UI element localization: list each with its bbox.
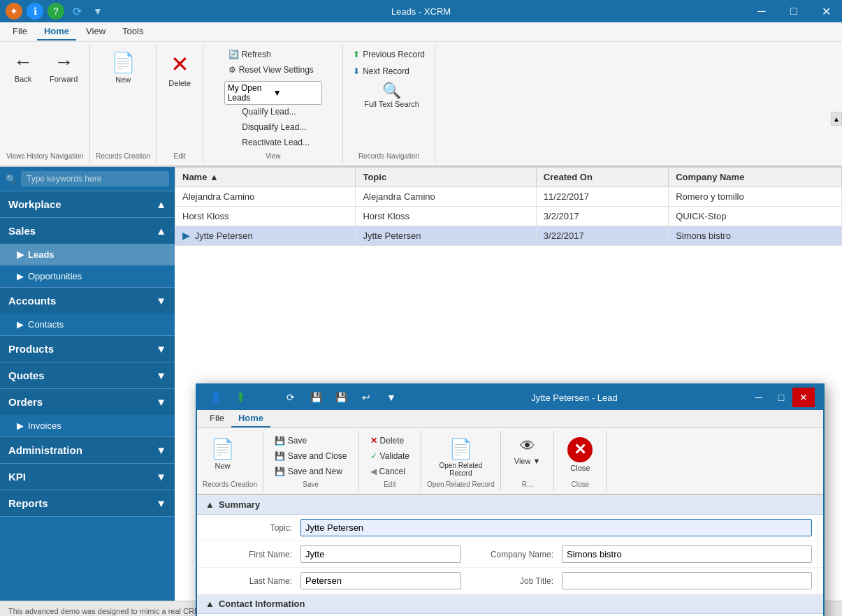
popup-icon-more[interactable]: ▼ [382, 388, 401, 407]
info-icon[interactable]: ℹ [27, 3, 43, 20]
company-input[interactable] [562, 545, 812, 563]
main-wrapper: 🔍 Workplace ▲ Sales ▲ ▶ Leads [0, 167, 842, 616]
sidebar-search-input[interactable] [21, 171, 169, 186]
popup-new-button[interactable]: 📄 New [203, 434, 242, 474]
sidebar-sales-header[interactable]: Sales ▲ [0, 218, 175, 244]
sidebar-products-header[interactable]: Products ▼ [0, 336, 175, 362]
delete-button[interactable]: ✕ Delete [162, 47, 197, 91]
cell-company: QUICK-Stop [669, 207, 842, 226]
sidebar-item-invoices[interactable]: ▶ Invoices [0, 415, 175, 437]
popup-edit-col: ✕ Delete ✓ Validate ◀ Cancel [365, 434, 415, 478]
sidebar-reports-header[interactable]: Reports ▼ [0, 490, 175, 516]
popup-menu-home[interactable]: Home [231, 410, 270, 427]
back-button[interactable]: ← Back [6, 47, 41, 87]
popup-close-btn[interactable]: ✕ [792, 388, 815, 407]
sidebar-item-opportunities[interactable]: ▶ Opportunities [0, 265, 175, 287]
menu-home[interactable]: Home [37, 23, 76, 41]
leads-dropdown[interactable]: My Open Leads ▼ [224, 81, 322, 105]
accounts-label: Accounts [8, 295, 56, 307]
form-section-contact[interactable]: ▲ Contact Information [197, 594, 823, 614]
qualify-lead-button[interactable]: Qualify Lead... [238, 105, 314, 119]
popup-save-new-button[interactable]: 💾 Save and New [269, 464, 353, 478]
popup-cancel-button[interactable]: ◀ Cancel [365, 464, 415, 478]
sidebar-workplace-header[interactable]: Workplace ▲ [0, 191, 175, 217]
popup-icon-person: 👤 [205, 388, 225, 407]
arrow-icon[interactable]: ▼ [89, 3, 106, 20]
forward-icon: → [54, 51, 73, 73]
topic-input[interactable] [300, 519, 812, 536]
menu-file[interactable]: File [6, 23, 34, 41]
sales-label: Sales [8, 225, 36, 237]
popup-icon-save[interactable]: 💾 [306, 388, 326, 407]
popup-ribbon-close: ✕ Close Close [554, 431, 607, 491]
popup-title-bar: 👤 ⬆ ⬇ ⟳ 💾 💾 ↩ ▼ Jytte Petersen - Lead ─ … [197, 385, 823, 410]
new-button[interactable]: 📄 New [105, 47, 142, 87]
cell-topic: Alejandra Camino [356, 187, 536, 207]
next-record-button[interactable]: ⬇ Next Record [349, 64, 429, 78]
popup-open-related-button[interactable]: 📄 Open RelatedRecord [427, 434, 495, 481]
lastname-input[interactable] [300, 572, 461, 589]
refresh-icon[interactable]: ⟳ [68, 3, 85, 20]
table-row-selected[interactable]: ▶ Jytte Petersen Jytte Petersen 3/22/201… [175, 226, 842, 246]
sidebar-accounts-header[interactable]: Accounts ▼ [0, 288, 175, 314]
popup-dialog: 👤 ⬆ ⬇ ⟳ 💾 💾 ↩ ▼ Jytte Petersen - Lead ─ … [196, 383, 825, 616]
popup-icon-refresh[interactable]: ⟳ [281, 388, 300, 407]
reset-view-button[interactable]: ⚙ Reset View Settings [224, 63, 322, 77]
popup-icon-save2[interactable]: 💾 [331, 388, 351, 407]
popup-ribbon-save: 💾 Save 💾 Save and Close 💾 Save and New S… [263, 431, 359, 491]
help-icon[interactable]: ? [48, 3, 64, 20]
admin-chevron: ▼ [156, 444, 166, 456]
popup-close-ribbon-button[interactable]: ✕ Close [560, 434, 600, 476]
rec-nav-group-label: Records Navigation [358, 149, 419, 160]
col-name[interactable]: Name ▲ [175, 168, 356, 187]
sidebar-quotes-header[interactable]: Quotes ▼ [0, 362, 175, 388]
firstname-input[interactable] [300, 545, 461, 563]
popup-icon-back[interactable]: ↩ [356, 388, 376, 407]
popup-save-button[interactable]: 💾 Save [269, 434, 353, 448]
menu-view[interactable]: View [79, 23, 112, 41]
title-bar-icons: ✦ ℹ ? ⟳ ▼ [6, 0, 106, 22]
reactivate-lead-button[interactable]: Reactivate Lead... [238, 135, 314, 149]
popup-save-close-button[interactable]: 💾 Save and Close [269, 449, 353, 463]
sidebar-section-sales: Sales ▲ ▶ Leads ▶ Opportunities [0, 218, 175, 288]
quotes-chevron: ▼ [156, 369, 166, 381]
forward-button[interactable]: → Forward [43, 47, 84, 87]
popup-delete-button[interactable]: ✕ Delete [365, 434, 415, 448]
table-row[interactable]: Horst Kloss Horst Kloss 3/2/2017 QUICK-S… [175, 207, 842, 226]
refresh-button[interactable]: 🔄 Refresh [224, 47, 322, 61]
menu-tools[interactable]: Tools [115, 23, 150, 41]
previous-record-button[interactable]: ⬆ Previous Record [349, 47, 429, 61]
jobtitle-input[interactable] [562, 572, 812, 589]
popup-title-icons: 👤 ⬆ ⬇ ⟳ 💾 💾 ↩ ▼ [205, 388, 401, 407]
popup-view-button[interactable]: 👁 View ▼ [507, 434, 549, 469]
maximize-btn[interactable]: □ [778, 0, 810, 22]
col-topic[interactable]: Topic [356, 168, 536, 187]
sidebar-orders-header[interactable]: Orders ▼ [0, 389, 175, 415]
popup-icon-down[interactable]: ⬇ [256, 388, 275, 407]
popup-menu-file[interactable]: File [203, 410, 231, 427]
minimize-btn[interactable]: ─ [746, 0, 778, 22]
back-label: Back [15, 75, 31, 83]
full-text-search-button[interactable]: 🔍 Full Text Search [358, 78, 426, 112]
search-icon: 🔍 [382, 82, 401, 100]
disqualify-lead-button[interactable]: Disqualify Lead... [238, 120, 314, 134]
popup-minimize-btn[interactable]: ─ [748, 388, 770, 407]
sidebar-kpi-header[interactable]: KPI ▼ [0, 464, 175, 490]
popup-edit-label: Edit [365, 481, 415, 488]
popup-icon-up[interactable]: ⬆ [231, 388, 250, 407]
close-btn[interactable]: ✕ [810, 0, 842, 22]
sidebar-admin-header[interactable]: Administration ▼ [0, 437, 175, 463]
cell-created: 11/22/2017 [536, 187, 668, 207]
table-row[interactable]: Alejandra Camino Alejandra Camino 11/22/… [175, 187, 842, 207]
contacts-label: Contacts [28, 319, 64, 330]
ribbon-collapse-btn[interactable]: ▲ [831, 112, 842, 126]
popup-validate-button[interactable]: ✓ Validate [365, 449, 415, 463]
col-created[interactable]: Created On [536, 168, 668, 187]
contact-arrow: ▲ [205, 599, 215, 609]
popup-maximize-btn[interactable]: □ [770, 388, 792, 407]
popup-new-icon: 📄 [210, 437, 235, 460]
form-section-summary[interactable]: ▲ Summary [197, 495, 823, 515]
col-company[interactable]: Company Name [669, 168, 842, 187]
sidebar-item-contacts[interactable]: ▶ Contacts [0, 314, 175, 335]
sidebar-item-leads[interactable]: ▶ Leads [0, 244, 175, 265]
